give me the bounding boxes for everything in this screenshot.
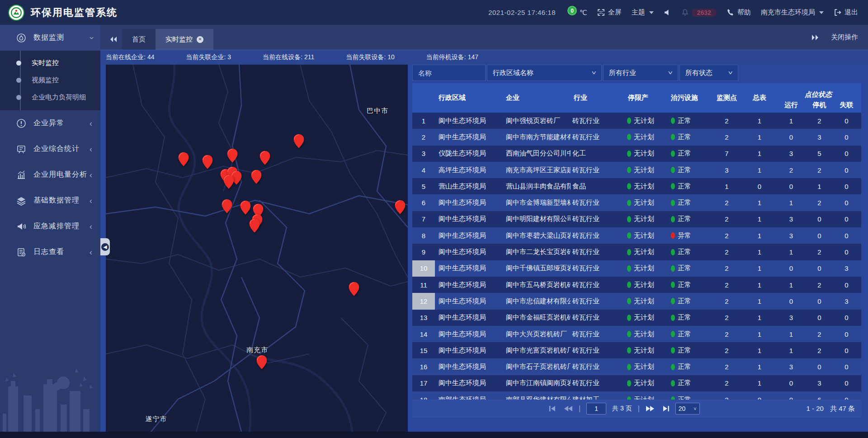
sidebar-item-enterprise-abnormal[interactable]: 企业异常‹: [0, 110, 100, 136]
table-row[interactable]: 12阆中生态环境局阆中市忠信建材有限公砖瓦行业无计划正常21003: [412, 293, 861, 309]
tabs-scroll-left-button[interactable]: [104, 29, 122, 50]
stat-value: 44: [147, 53, 155, 61]
table-row[interactable]: 1阆中生态环境局阆中强锐页岩砖厂砖瓦行业无计划正常21120: [412, 113, 861, 129]
status-dot-green: [671, 183, 675, 189]
tab-home[interactable]: 首页: [122, 29, 156, 50]
cell-stop: 2: [807, 326, 832, 342]
last-page-button[interactable]: [660, 405, 670, 412]
sidebar-item-data-monitoring[interactable]: 数据监测‹: [0, 25, 100, 51]
notifications-button[interactable]: 2632: [681, 9, 717, 17]
col-run: 运行: [775, 100, 807, 113]
sidebar-item-enterprise-statistics[interactable]: 企业综合统计‹: [0, 136, 100, 162]
table-row[interactable]: 5营山生态环境局营山县润丰肉食品有限食品无计划正常10010: [412, 178, 861, 194]
help-button[interactable]: 帮助: [726, 8, 751, 17]
table-row[interactable]: 4高坪生态环境局南充市高坪区王家店建砖瓦行业无计划正常31220: [412, 162, 861, 178]
cell-region: 阆中生态环境局: [435, 260, 503, 277]
sidebar-subitem-video-monitoring[interactable]: 视频监控: [0, 71, 100, 89]
table-row[interactable]: 9阆中生态环境局阆中市二龙长宝页岩砖砖瓦行业无计划正常21120: [412, 244, 861, 260]
region-select[interactable]: 行政区域名称 ˅: [487, 65, 602, 81]
cell-lost: 3: [832, 260, 861, 277]
map-pin-icon[interactable]: [250, 219, 260, 233]
status-select[interactable]: 所有状态 ˅: [679, 65, 738, 81]
cell-industry: 砖瓦行业: [571, 358, 624, 375]
next-page-button[interactable]: [646, 405, 655, 412]
table-row[interactable]: 6阆中生态环境局阆中市金博瑞新型墙材砖瓦行业无计划正常21120: [412, 194, 861, 211]
sidebar-item-emergency-reduction[interactable]: 应急减排管理‹: [0, 213, 100, 239]
close-operations-button[interactable]: 关闭操作: [831, 33, 858, 42]
page-input[interactable]: [586, 403, 606, 414]
cell-treatment: 正常: [668, 194, 710, 211]
cell-run: 3: [775, 310, 807, 326]
table-row[interactable]: 11阆中生态环境局阆中市五马桥页岩机砖砖瓦行业无计划正常21120: [412, 277, 861, 293]
table-row[interactable]: 3仪陇生态环境局西南油气田分公司川中化工无计划正常71350: [412, 146, 861, 162]
sidebar-collapse-toggle[interactable]: ◀: [100, 238, 110, 255]
tab-realtime[interactable]: 实时监控✕: [156, 29, 213, 50]
industry-select[interactable]: 所有行业 ˅: [603, 65, 678, 81]
table-row[interactable]: 16阆中生态环境局阆中市石子页岩机砖厂砖瓦行业无计划正常21300: [412, 358, 861, 375]
cell-stop: 3: [807, 129, 832, 145]
map-pin-icon[interactable]: [349, 282, 359, 296]
map-pin-icon[interactable]: [260, 151, 270, 165]
chevron-down-icon: ˅: [592, 70, 597, 76]
tab-bar: 首页实时监控✕ 关闭操作: [100, 25, 868, 50]
table-row[interactable]: 15阆中生态环境局阆中市光富页岩机砖厂砖瓦行业无计划正常21120: [412, 342, 861, 358]
map-pin-icon[interactable]: [179, 152, 189, 166]
cell-industry: 砖瓦行业: [571, 310, 624, 326]
tabs-scroll-right-button[interactable]: [811, 34, 819, 41]
org-user-dropdown[interactable]: 南充市生态环境局: [761, 8, 824, 17]
sound-toggle-button[interactable]: [664, 9, 671, 16]
fullscreen-button[interactable]: 全屏: [597, 8, 622, 17]
map-pin-icon[interactable]: [251, 170, 261, 184]
status-dot-green: [627, 347, 631, 353]
table-row[interactable]: 14阆中生态环境局阆中大兴页岩机砖厂砖瓦行业无计划正常21120: [412, 326, 861, 342]
name-search-field[interactable]: [418, 69, 480, 77]
map-pin-icon[interactable]: [240, 201, 250, 215]
table-row[interactable]: 17阆中生态环境局阆中市江南镇阆南页岩砖瓦行业无计划正常21030: [412, 375, 861, 391]
logout-button[interactable]: 退出: [834, 8, 858, 17]
sidebar-subitem-enterprise-power-load-detail[interactable]: 企业电力负荷明细: [0, 89, 100, 106]
page-title: 环保用电监管系统: [31, 6, 118, 19]
table-row[interactable]: 2阆中生态环境局阆中市南方节能建材有砖瓦行业无计划正常21030: [412, 129, 861, 145]
first-page-button[interactable]: [549, 405, 558, 412]
sidebar-item-enterprise-power-analysis[interactable]: 企业用电量分析‹: [0, 162, 100, 188]
enterprise-table: 行政区域 企业 行业 停限产 治污设施 监测点 总表 点位状态 运行 停机 失联: [412, 83, 861, 418]
status-dot-green: [671, 315, 675, 321]
table-row[interactable]: 13阆中生态环境局阆中市金福旺页岩机砖砖瓦行业无计划正常21300: [412, 310, 861, 326]
status-dot-green: [671, 118, 675, 124]
theme-dropdown[interactable]: 主题: [632, 8, 654, 17]
map-pin-icon[interactable]: [293, 134, 304, 148]
cell-lost: 0: [832, 211, 861, 227]
col-region: 行政区域: [435, 83, 503, 113]
range-label: 1 - 20: [807, 405, 824, 413]
map[interactable]: 巴中市南充市遂宁市: [106, 65, 408, 432]
name-search-input[interactable]: [412, 65, 486, 81]
cell-lost: 0: [832, 178, 861, 194]
main-area: 数据监测‹实时监控视频监控企业电力负荷明细企业异常‹企业综合统计‹企业用电量分析…: [0, 25, 868, 432]
map-pin-icon[interactable]: [222, 199, 232, 213]
cell-run: 1: [775, 244, 807, 260]
stat-value: 211: [304, 53, 314, 61]
table-row[interactable]: 10阆中生态环境局阆中千佛镇五郎垭页岩砖瓦行业无计划正常21003: [412, 260, 861, 277]
sidebar-item-log-view[interactable]: 日志查看‹: [0, 239, 100, 265]
sidebar-item-base-data-management[interactable]: 基础数据管理‹: [0, 188, 100, 213]
table-row[interactable]: 7阆中生态环境局阆中明阳建材有限公司砖瓦行业无计划正常21300: [412, 211, 861, 227]
cell-limit: 无计划: [624, 342, 668, 358]
map-pin-icon[interactable]: [203, 155, 213, 169]
cell-industry: 砖瓦行业: [571, 211, 624, 227]
table-row[interactable]: 18南部生态环境局南部县双华建材有限公建材加工无计划正常20060: [412, 391, 861, 400]
cell-meters: 1: [744, 326, 775, 342]
cell-company: 阆中市五马桥页岩机砖: [503, 277, 571, 293]
cell-region: 阆中生态环境局: [435, 293, 503, 309]
map-pin-icon[interactable]: [256, 355, 267, 369]
sidebar-subitem-realtime-monitoring[interactable]: 实时监控: [0, 54, 100, 71]
map-pin-icon[interactable]: [395, 200, 405, 214]
table-row[interactable]: 8阆中生态环境局阆中市枣碧大梁山页岩砖瓦行业无计划异常21300: [412, 227, 861, 244]
status-dot-green: [671, 364, 675, 370]
map-pin-icon[interactable]: [223, 175, 234, 189]
map-pin-icon[interactable]: [227, 149, 237, 163]
close-icon[interactable]: ✕: [197, 36, 203, 43]
status-dot-green: [627, 118, 631, 124]
prev-page-button[interactable]: [564, 405, 573, 412]
status-dot-green: [627, 282, 631, 288]
page-size-select[interactable]: 20 ˅: [675, 403, 700, 414]
